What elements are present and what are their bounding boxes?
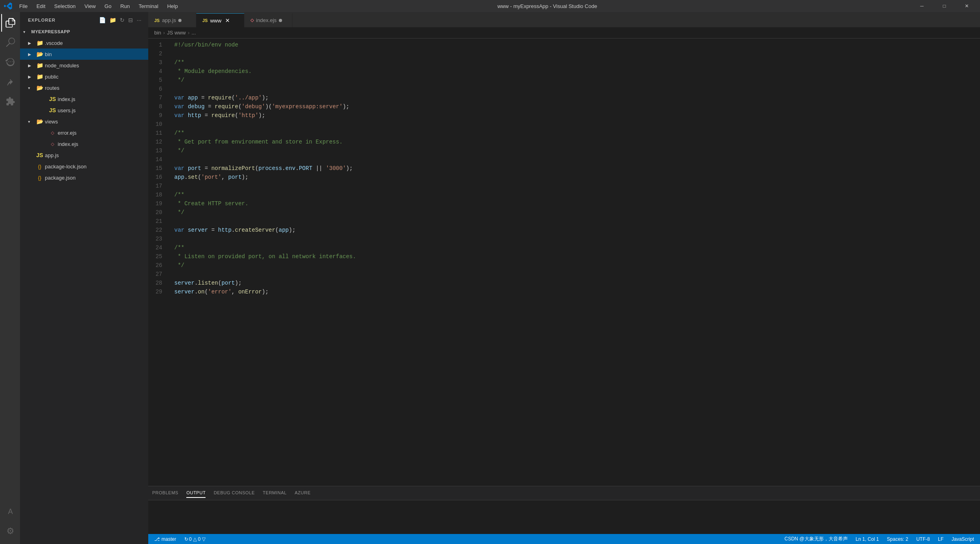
code-line-7: 7 var app = require('../app'); <box>148 93 980 102</box>
menu-run[interactable]: Run <box>116 2 134 10</box>
language-status[interactable]: JavaScript <box>950 534 976 544</box>
git-branch-status[interactable]: ⎇ master <box>152 534 178 544</box>
www-tab-icon: JS <box>202 18 208 23</box>
code-line-29: 29 server.on('error', onError); <box>148 287 980 296</box>
line-content-9: var http = require('http'); <box>170 111 980 120</box>
code-line-20: 20 */ <box>148 208 980 217</box>
panel-tab-azure[interactable]: AZURE <box>294 488 311 498</box>
line-num-9: 9 <box>148 111 170 120</box>
tree-item-bin[interactable]: ▶ 📂 bin <box>20 49 148 60</box>
new-file-button[interactable]: 📄 <box>98 16 107 24</box>
tree-item-package-lock[interactable]: ▶ {} package-lock.json <box>20 161 148 172</box>
menu-selection[interactable]: Selection <box>50 2 79 10</box>
breadcrumb-ellipsis[interactable]: ... <box>192 30 196 36</box>
tree-item-error-ejs[interactable]: ▶ ◇ error.ejs <box>20 127 148 138</box>
ejs-icon: ◇ <box>49 130 56 135</box>
json-icon-2: {} <box>36 175 43 181</box>
maximize-button[interactable]: □ <box>935 0 954 12</box>
tree-item-app-js[interactable]: ▶ JS app.js <box>20 150 148 161</box>
breadcrumb-www[interactable]: JS www <box>167 30 186 36</box>
code-editor[interactable]: 1 #!/usr/bin/env node 2 3 /** 4 * Module… <box>148 38 980 486</box>
explorer-activity-icon[interactable] <box>1 14 19 32</box>
line-content-7: var app = require('../app'); <box>170 93 980 102</box>
vscode-label: .vscode <box>45 40 148 46</box>
line-content-28: server.listen(port); <box>170 279 980 287</box>
panel-tab-problems[interactable]: PROBLEMS <box>152 488 178 498</box>
line-num-10: 10 <box>148 120 170 129</box>
more-actions-button[interactable]: ··· <box>136 16 142 24</box>
line-num-20: 20 <box>148 208 170 217</box>
breadcrumb-bin[interactable]: bin <box>154 30 161 36</box>
ln-col-status[interactable]: Ln 1, Col 1 <box>854 534 881 544</box>
tree-item-routes-users-js[interactable]: ▶ JS users.js <box>20 105 148 116</box>
breadcrumb: bin › JS www › ... <box>148 27 980 38</box>
line-content-15: var port = normalizePort(process.env.POR… <box>170 164 980 173</box>
panel-tab-terminal[interactable]: TERMINAL <box>263 488 287 498</box>
root-arrow: ▾ <box>23 30 30 34</box>
tree-item-index-ejs[interactable]: ▶ ◇ index.ejs <box>20 138 148 150</box>
root-label: MYEXPRESSAPP <box>31 29 148 34</box>
activity-bar: A ⚙ <box>0 12 20 544</box>
sync-status[interactable]: ↻ 0 △ 0 ▽ <box>182 534 208 544</box>
tab-www[interactable]: JS www ✕ <box>196 13 244 27</box>
line-num-29: 29 <box>148 287 170 296</box>
refresh-explorer-button[interactable]: ↻ <box>119 16 125 24</box>
menu-terminal[interactable]: Terminal <box>135 2 162 10</box>
collapse-folders-button[interactable]: ⊟ <box>127 16 134 24</box>
line-num-25: 25 <box>148 252 170 261</box>
minimize-button[interactable]: ─ <box>913 0 931 12</box>
line-num-8: 8 <box>148 102 170 111</box>
line-content-29: server.on('error', onError); <box>170 287 980 296</box>
bin-folder-icon: 📂 <box>36 51 43 57</box>
views-label: views <box>45 119 148 125</box>
close-button[interactable]: ✕ <box>958 0 976 12</box>
breadcrumb-sep-1: › <box>163 30 165 36</box>
menu-go[interactable]: Go <box>101 2 115 10</box>
line-content-20: */ <box>170 208 980 217</box>
sidebar-actions: 📄 📁 ↻ ⊟ ··· <box>98 16 142 24</box>
menu-edit[interactable]: Edit <box>32 2 49 10</box>
tree-item-public[interactable]: ▶ 📁 public <box>20 71 148 82</box>
vscode-logo <box>4 2 12 10</box>
sidebar-header: EXPLORER 📄 📁 ↻ ⊟ ··· <box>20 12 148 26</box>
menu-help[interactable]: Help <box>163 2 182 10</box>
new-folder-button[interactable]: 📁 <box>109 16 117 24</box>
menu-file[interactable]: File <box>15 2 32 10</box>
tab-app-js[interactable]: JS app.js <box>148 13 196 27</box>
index-ejs-tab-label: index.ejs <box>256 17 276 23</box>
line-content-12: * Get port from environment and store in… <box>170 138 980 146</box>
encoding-status[interactable]: UTF-8 <box>914 534 932 544</box>
eol-status[interactable]: LF <box>936 534 946 544</box>
tree-item-views[interactable]: ▾ 📂 views <box>20 116 148 127</box>
tree-item-package-json[interactable]: ▶ {} package.json <box>20 172 148 183</box>
spaces-status[interactable]: Spaces: 2 <box>885 534 910 544</box>
code-line-28: 28 server.listen(port); <box>148 279 980 287</box>
line-num-21: 21 <box>148 217 170 226</box>
code-line-14: 14 <box>148 155 980 164</box>
www-tab-close[interactable]: ✕ <box>224 17 231 24</box>
app-js-icon: JS <box>36 152 43 158</box>
line-content-13: */ <box>170 146 980 155</box>
extensions-activity-icon[interactable] <box>1 93 19 110</box>
tree-item-vscode[interactable]: ▶ 📁 .vscode <box>20 37 148 49</box>
panel-content <box>148 500 980 534</box>
tab-index-ejs[interactable]: ◇ index.ejs <box>244 13 292 27</box>
code-line-16: 16 app.set('port', port); <box>148 173 980 182</box>
settings-activity-icon[interactable]: ⚙ <box>1 522 19 540</box>
js-icon: JS <box>49 96 56 102</box>
source-control-activity-icon[interactable] <box>1 53 19 71</box>
menu-view[interactable]: View <box>81 2 100 10</box>
window-title: www - myExpressApp - Visual Studio Code <box>497 3 597 9</box>
tree-item-routes[interactable]: ▾ 📂 routes <box>20 82 148 93</box>
tree-item-node-modules[interactable]: ▶ 📁 node_modules <box>20 60 148 71</box>
tree-root[interactable]: ▾ MYEXPRESSAPP <box>20 26 148 37</box>
code-line-27: 27 <box>148 270 980 279</box>
panel-tab-output[interactable]: OUTPUT <box>186 488 206 498</box>
routes-label: routes <box>45 85 148 91</box>
panel-tab-debug-console[interactable]: DEBUG CONSOLE <box>214 488 254 498</box>
run-debug-activity-icon[interactable] <box>1 73 19 91</box>
panel-tabs: PROBLEMS OUTPUT DEBUG CONSOLE TERMINAL A… <box>148 486 980 500</box>
search-activity-icon[interactable] <box>1 34 19 51</box>
accounts-activity-icon[interactable]: A <box>1 503 19 520</box>
tree-item-routes-index-js[interactable]: ▶ JS index.js <box>20 93 148 105</box>
